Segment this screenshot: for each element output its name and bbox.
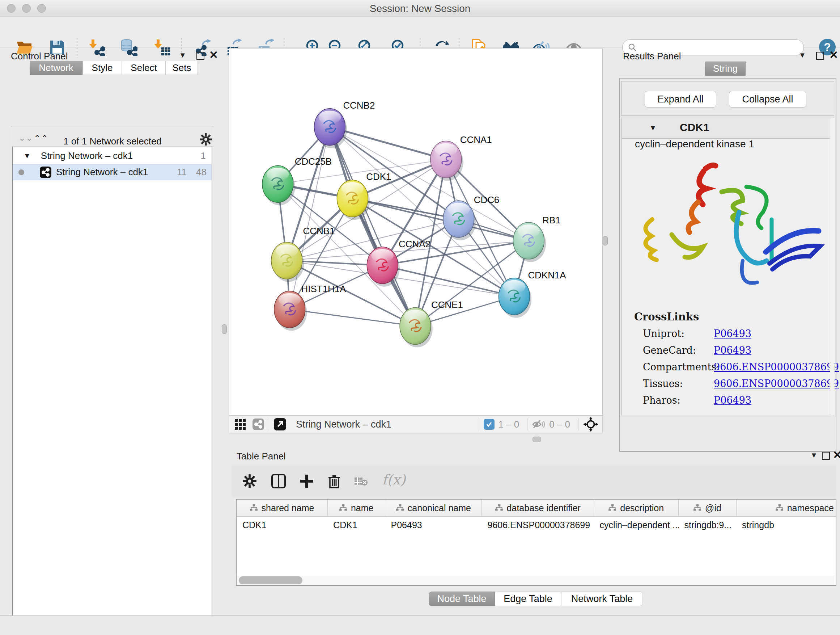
gene-collapse-icon[interactable]: ▼ bbox=[649, 124, 657, 132]
tab-node-table[interactable]: Node Table bbox=[429, 592, 495, 606]
table-panel-maximize-icon[interactable] bbox=[822, 452, 830, 460]
network-node-CDK1[interactable] bbox=[337, 180, 370, 220]
selected-checkbox-icon[interactable] bbox=[484, 419, 494, 430]
node-label-CCNE1: CCNE1 bbox=[431, 300, 463, 310]
crosslink-link[interactable]: 9606.ENSP00000378699 bbox=[714, 361, 839, 372]
network-node-CCNB2[interactable] bbox=[314, 109, 347, 149]
crosslinks-section: CrossLinks Uniprot:P06493GeneCard:P06493… bbox=[631, 310, 829, 416]
edge-CCNA2-CDKN1A[interactable] bbox=[382, 265, 514, 296]
hidden-eye-icon[interactable] bbox=[532, 419, 546, 430]
gene-header-row[interactable]: ▼ CDK1 bbox=[622, 118, 834, 139]
network-canvas[interactable]: CCNB2CCNA1CDC25BCDK1CDC6RB1CCNB1CCNA2CDK… bbox=[229, 48, 603, 416]
column-header-database-identifier[interactable]: database identifier bbox=[482, 500, 594, 516]
control-panel-maximize-icon[interactable] bbox=[196, 52, 204, 60]
node-label-CDK1: CDK1 bbox=[366, 172, 391, 182]
table-cell[interactable]: CDK1 bbox=[237, 516, 327, 533]
table-cell[interactable]: stringdb:9... bbox=[679, 516, 736, 533]
node-label-CCNA2: CCNA2 bbox=[399, 239, 431, 249]
create-column-icon[interactable] bbox=[299, 473, 315, 489]
node-table[interactable]: shared namenamecanonical namedatabase id… bbox=[236, 499, 836, 586]
table-scrollbar-thumb[interactable] bbox=[239, 576, 302, 584]
left-splitter-handle[interactable] bbox=[222, 325, 227, 334]
network-node-RB1[interactable] bbox=[513, 222, 546, 262]
column-header-description[interactable]: description bbox=[594, 500, 678, 516]
application-window: Session: New Session bbox=[0, 0, 840, 635]
network-node-CDC25B[interactable] bbox=[262, 165, 295, 205]
network-node-HIST1H1A[interactable] bbox=[274, 291, 307, 331]
table-panel-float-icon[interactable]: ▼ bbox=[810, 451, 818, 459]
network-row-selected[interactable]: String Network – cdk1 11 48 bbox=[13, 164, 212, 180]
column-header-namespace[interactable]: namespace bbox=[736, 500, 836, 516]
tab-style[interactable]: Style bbox=[82, 61, 122, 75]
tab-select[interactable]: Select bbox=[122, 61, 166, 75]
node-label-HIST1H1A: HIST1H1A bbox=[302, 284, 347, 294]
crosslink-label: Pharos: bbox=[643, 394, 681, 406]
open-view-window-icon[interactable] bbox=[273, 418, 286, 431]
gene-symbol: CDK1 bbox=[680, 121, 709, 134]
bottom-splitter-handle[interactable] bbox=[532, 437, 541, 442]
protein-structure-image bbox=[631, 158, 827, 303]
table-cell[interactable]: 9606.ENSP00000378699 bbox=[482, 516, 594, 533]
network-options-gear-icon[interactable] bbox=[199, 133, 212, 146]
tab-edge-table[interactable]: Edge Table bbox=[495, 592, 561, 606]
control-panel-float-icon[interactable]: ▼ bbox=[179, 51, 186, 59]
column-header-label: database identifier bbox=[507, 503, 581, 513]
table-horizontal-scrollbar[interactable] bbox=[237, 576, 835, 585]
node-label-RB1: RB1 bbox=[542, 215, 561, 225]
crosslink-link[interactable]: P06493 bbox=[714, 394, 752, 406]
column-header-name[interactable]: name bbox=[327, 500, 385, 516]
right-splitter-handle[interactable] bbox=[603, 236, 608, 245]
table-panel-close-icon[interactable]: ✕ bbox=[833, 451, 840, 459]
crosslink-link[interactable]: P06493 bbox=[714, 328, 752, 339]
node-label-CDKN1A: CDKN1A bbox=[528, 270, 566, 280]
results-panel-close-icon[interactable]: ✕ bbox=[829, 51, 838, 59]
function-builder-icon[interactable]: f(x) bbox=[382, 472, 406, 488]
table-cell[interactable]: CDK1 bbox=[327, 516, 385, 533]
crosslink-label: Compartments: bbox=[643, 361, 720, 372]
table-cell[interactable]: cyclin–dependent ... bbox=[594, 516, 678, 533]
network-collection-row[interactable]: ▼ String Network – cdk1 1 bbox=[13, 148, 212, 164]
column-header-label: namespace bbox=[787, 503, 834, 513]
show-columns-icon[interactable] bbox=[271, 473, 286, 489]
edge-HIST1H1A-CCNE1[interactable] bbox=[290, 310, 415, 326]
table-cell[interactable]: stringdb bbox=[736, 516, 836, 533]
control-panel-close-icon[interactable]: ✕ bbox=[209, 51, 218, 59]
collection-expand-icon[interactable]: ▼ bbox=[24, 152, 31, 160]
delete-table-icon[interactable] bbox=[354, 476, 368, 487]
tab-sets[interactable]: Sets bbox=[166, 61, 198, 75]
grid-view-icon[interactable] bbox=[234, 418, 246, 431]
crosslink-link[interactable]: P06493 bbox=[714, 345, 752, 356]
node-label-CDC6: CDC6 bbox=[474, 195, 500, 205]
string-network-graph[interactable]: CCNB2CCNA1CDC25BCDK1CDC6RB1CCNB1CCNA2CDK… bbox=[229, 49, 602, 415]
network-node-CCNA1[interactable] bbox=[431, 141, 463, 181]
edge-CCNB2-HIST1H1A[interactable] bbox=[290, 127, 330, 310]
expand-all-button[interactable]: Expand All bbox=[645, 91, 716, 108]
column-header-canonical-name[interactable]: canonical name bbox=[385, 500, 482, 516]
network-node-CCNE1[interactable] bbox=[400, 308, 433, 348]
results-panel-maximize-icon[interactable] bbox=[816, 52, 824, 60]
column-header-shared-name[interactable]: shared name bbox=[237, 500, 327, 516]
column-header--id[interactable]: @id bbox=[678, 500, 736, 516]
table-options-gear-icon[interactable] bbox=[242, 474, 257, 488]
network-node-CDKN1A[interactable] bbox=[499, 278, 532, 318]
table-cell[interactable]: P06493 bbox=[385, 516, 482, 533]
tab-string[interactable]: String bbox=[705, 62, 745, 76]
node-label-CCNA1: CCNA1 bbox=[460, 135, 492, 145]
footer-separator bbox=[578, 418, 578, 431]
footer-separator bbox=[527, 418, 527, 431]
results-panel-float-icon[interactable]: ▼ bbox=[799, 51, 806, 59]
birds-eye-crosshair-icon[interactable] bbox=[583, 416, 599, 432]
string-view-badge-icon[interactable] bbox=[252, 418, 264, 431]
edge-CDK1-RB1[interactable] bbox=[352, 198, 529, 241]
tab-network[interactable]: Network bbox=[30, 61, 82, 75]
results-panel-title: Results Panel bbox=[623, 51, 681, 62]
title-bar: Session: New Session bbox=[0, 0, 840, 17]
table-toolbar: f(x) bbox=[232, 465, 836, 497]
delete-column-icon[interactable] bbox=[326, 473, 342, 489]
collapse-all-button[interactable]: Collapse All bbox=[729, 91, 806, 108]
network-node-CDC6[interactable] bbox=[443, 201, 476, 241]
tab-network-table[interactable]: Network Table bbox=[561, 592, 643, 606]
crosslink-link[interactable]: 9606.ENSP00000378699 bbox=[714, 378, 839, 389]
table-row[interactable]: CDK1CDK1P064939606.ENSP00000378699cyclin… bbox=[237, 516, 836, 533]
results-scrollbar[interactable] bbox=[830, 118, 835, 415]
